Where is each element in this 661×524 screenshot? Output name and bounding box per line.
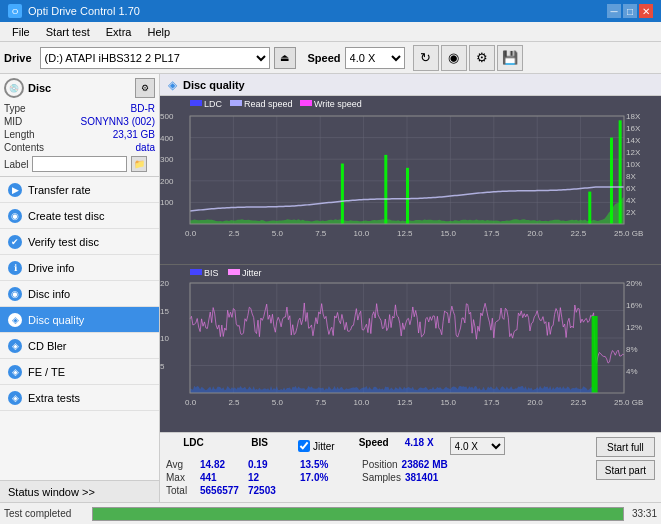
extra-tests-label: Extra tests bbox=[28, 392, 80, 404]
maximize-button[interactable]: □ bbox=[623, 4, 637, 18]
bis-avg: 0.19 bbox=[248, 459, 288, 470]
disc-info-icon: ◉ bbox=[8, 287, 22, 301]
content-area: ◈ Disc quality LDC BIS Jitter bbox=[160, 74, 661, 502]
sidebar-item-create-test-disc[interactable]: ◉ Create test disc bbox=[0, 203, 159, 229]
bis-max: 12 bbox=[248, 472, 288, 483]
jitter-max: 17.0% bbox=[300, 472, 350, 483]
cd-bler-label: CD Bler bbox=[28, 340, 67, 352]
sidebar-item-disc-info[interactable]: ◉ Disc info bbox=[0, 281, 159, 307]
nav-items: ▶ Transfer rate ◉ Create test disc ✔ Ver… bbox=[0, 177, 159, 480]
fe-te-label: FE / TE bbox=[28, 366, 65, 378]
menu-extra[interactable]: Extra bbox=[98, 24, 140, 40]
progress-bar-container bbox=[92, 507, 624, 521]
sidebar: 💿 Disc ⚙ Type BD-R MID SONYNN3 (002) Len… bbox=[0, 74, 160, 502]
drive-toolbar: Drive (D:) ATAPI iHBS312 2 PL17 ⏏ Speed … bbox=[0, 42, 661, 74]
disc-quality-label: Disc quality bbox=[28, 314, 84, 326]
disc-contents-value: data bbox=[136, 142, 155, 153]
max-label: Max bbox=[166, 472, 196, 483]
speed-label: Speed bbox=[308, 52, 341, 64]
app-icon: O bbox=[8, 4, 22, 18]
sidebar-item-transfer-rate[interactable]: ▶ Transfer rate bbox=[0, 177, 159, 203]
chart-top bbox=[160, 96, 661, 265]
drive-info-icon: ℹ bbox=[8, 261, 22, 275]
sidebar-item-disc-quality[interactable]: ◈ Disc quality bbox=[0, 307, 159, 333]
menu-start-test[interactable]: Start test bbox=[38, 24, 98, 40]
charts-container bbox=[160, 96, 661, 432]
toolbar-btn-4[interactable]: 💾 bbox=[497, 45, 523, 71]
ldc-max: 441 bbox=[200, 472, 240, 483]
menu-file[interactable]: File bbox=[4, 24, 38, 40]
samples-label: Samples bbox=[362, 472, 401, 483]
jitter-avg: 13.5% bbox=[300, 459, 350, 470]
create-test-disc-icon: ◉ bbox=[8, 209, 22, 223]
disc-type-value: BD-R bbox=[131, 103, 155, 114]
minimize-button[interactable]: ─ bbox=[607, 4, 621, 18]
disc-label-input[interactable] bbox=[32, 156, 127, 172]
disc-section: 💿 Disc ⚙ Type BD-R MID SONYNN3 (002) Len… bbox=[0, 74, 159, 177]
eject-button[interactable]: ⏏ bbox=[274, 47, 296, 69]
extra-tests-icon: ◈ bbox=[8, 391, 22, 405]
menu-help[interactable]: Help bbox=[139, 24, 178, 40]
speed-select[interactable]: 4.0 X bbox=[345, 47, 405, 69]
disc-section-title: Disc bbox=[28, 82, 51, 94]
start-buttons: Start full Start part bbox=[596, 437, 655, 480]
disc-length-value: 23,31 GB bbox=[113, 129, 155, 140]
drive-label: Drive bbox=[4, 52, 32, 64]
speed-select-sm[interactable]: 4.0 X bbox=[450, 437, 505, 455]
sidebar-item-extra-tests[interactable]: ◈ Extra tests bbox=[0, 385, 159, 411]
cd-bler-icon: ◈ bbox=[8, 339, 22, 353]
start-part-button[interactable]: Start part bbox=[596, 460, 655, 480]
sidebar-item-drive-info[interactable]: ℹ Drive info bbox=[0, 255, 159, 281]
app-title: Opti Drive Control 1.70 bbox=[28, 5, 140, 17]
start-full-button[interactable]: Start full bbox=[596, 437, 655, 457]
disc-type-label: Type bbox=[4, 103, 26, 114]
disc-info-label: Disc info bbox=[28, 288, 70, 300]
sidebar-item-cd-bler[interactable]: ◈ CD Bler bbox=[0, 333, 159, 359]
ldc-header: LDC bbox=[166, 437, 221, 455]
position-value: 23862 MB bbox=[402, 459, 448, 470]
disc-quality-title: Disc quality bbox=[183, 79, 245, 91]
disc-label-label: Label bbox=[4, 159, 28, 170]
drive-select[interactable]: (D:) ATAPI iHBS312 2 PL17 bbox=[40, 47, 270, 69]
jitter-header: Jitter bbox=[313, 441, 335, 452]
disc-mid-value: SONYNN3 (002) bbox=[81, 116, 155, 127]
main-content: 💿 Disc ⚙ Type BD-R MID SONYNN3 (002) Len… bbox=[0, 74, 661, 502]
position-label: Position bbox=[362, 459, 398, 470]
stats-bar: LDC BIS Jitter Speed 4.18 X 4.0 X Avg 14… bbox=[160, 432, 661, 502]
disc-quality-icon: ◈ bbox=[8, 313, 22, 327]
status-text: Test completed bbox=[4, 508, 84, 519]
sidebar-item-verify-test-disc[interactable]: ✔ Verify test disc bbox=[0, 229, 159, 255]
status-window-label: Status window >> bbox=[8, 486, 95, 498]
toolbar-btn-2[interactable]: ◉ bbox=[441, 45, 467, 71]
jitter-checkbox[interactable] bbox=[298, 440, 310, 452]
speed-header: Speed bbox=[359, 437, 389, 455]
verify-test-disc-label: Verify test disc bbox=[28, 236, 99, 248]
menu-bar: File Start test Extra Help bbox=[0, 22, 661, 42]
disc-quality-header: ◈ Disc quality bbox=[160, 74, 661, 96]
close-button[interactable]: ✕ bbox=[639, 4, 653, 18]
toolbar-btn-1[interactable]: ↻ bbox=[413, 45, 439, 71]
drive-info-label: Drive info bbox=[28, 262, 74, 274]
total-label: Total bbox=[166, 485, 196, 496]
window-controls: ─ □ ✕ bbox=[607, 4, 653, 18]
disc-icon: 💿 bbox=[4, 78, 24, 98]
speed-value: 4.18 X bbox=[405, 437, 434, 455]
transfer-rate-label: Transfer rate bbox=[28, 184, 91, 196]
fe-te-icon: ◈ bbox=[8, 365, 22, 379]
chart-bottom bbox=[160, 265, 661, 433]
avg-label: Avg bbox=[166, 459, 196, 470]
disc-quality-header-icon: ◈ bbox=[168, 78, 177, 92]
verify-test-disc-icon: ✔ bbox=[8, 235, 22, 249]
ldc-avg: 14.82 bbox=[200, 459, 240, 470]
disc-label-browse[interactable]: 📁 bbox=[131, 156, 147, 172]
sidebar-item-fe-te[interactable]: ◈ FE / TE bbox=[0, 359, 159, 385]
disc-settings-btn[interactable]: ⚙ bbox=[135, 78, 155, 98]
status-time: 33:31 bbox=[632, 508, 657, 519]
progress-bar-fill bbox=[93, 508, 623, 520]
create-test-disc-label: Create test disc bbox=[28, 210, 104, 222]
samples-value: 381401 bbox=[405, 472, 438, 483]
status-window-button[interactable]: Status window >> bbox=[0, 480, 159, 502]
ldc-total: 5656577 bbox=[200, 485, 240, 496]
disc-length-label: Length bbox=[4, 129, 35, 140]
toolbar-btn-3[interactable]: ⚙ bbox=[469, 45, 495, 71]
